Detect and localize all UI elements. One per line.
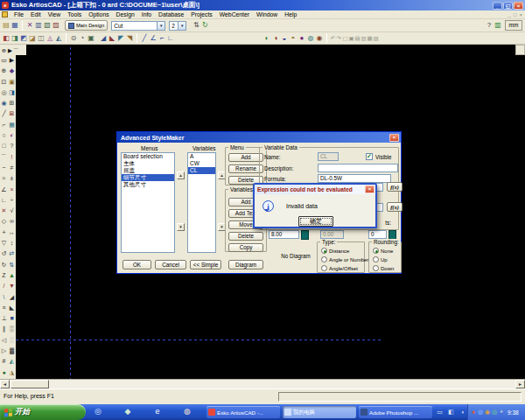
view-tool-icon[interactable]: ⌒ (13, 46, 19, 55)
side-tool-icon[interactable]: ▒ (8, 324, 16, 334)
side-tool-icon[interactable]: ◨ (8, 88, 16, 98)
restore-icon[interactable]: ◱ (503, 2, 513, 10)
toolbar-icon[interactable]: ▥ (494, 20, 502, 31)
side-tool-icon[interactable]: ▼ (8, 281, 16, 291)
list-item[interactable]: A (188, 153, 215, 160)
side-tool-icon[interactable]: ↺ (0, 248, 8, 259)
scroll-right-icon[interactable]: ► (515, 380, 525, 388)
taskbar-button-esko-artioscad[interactable]: Esko ArtiosCAD -... (206, 406, 280, 418)
tray-icon[interactable]: ◉ (484, 408, 491, 416)
tool-icon[interactable]: ◧ (2, 33, 10, 44)
line-tool-icon[interactable]: ╱ (140, 33, 149, 44)
scroll-left-icon[interactable]: ◄ (0, 380, 10, 388)
tool-icon[interactable]: ◭ (54, 33, 63, 44)
side-tool-icon[interactable]: ⊠ (8, 108, 16, 119)
side-tool-icon[interactable]: ⊕ (0, 66, 8, 76)
side-tool-icon[interactable]: ▷ (0, 346, 8, 356)
side-tool-icon[interactable]: ▦ (8, 120, 16, 130)
tool-icon[interactable]: ◪ (28, 33, 37, 44)
side-tool-icon[interactable]: ∞ (8, 216, 16, 227)
line-tool-icon[interactable]: ∠ (149, 33, 158, 44)
mdi-close-icon[interactable]: × (519, 12, 522, 18)
side-tool-icon[interactable]: ■ (8, 313, 16, 324)
toolbar-icon[interactable]: ▥ (34, 20, 43, 31)
horizontal-scrollbar[interactable]: ◄ ► (0, 379, 525, 388)
side-tool-icon[interactable]: ~ (0, 163, 8, 173)
tray-icon[interactable]: ◎ (491, 408, 498, 416)
tray-icon[interactable]: ◍ (477, 408, 484, 416)
chevron-down-icon[interactable]: ▼ (178, 22, 186, 30)
list-item[interactable]: 主体 (122, 160, 174, 167)
menu-design[interactable]: Design (113, 11, 138, 18)
side-tool-icon[interactable]: ∥ (0, 324, 8, 334)
close-icon[interactable]: × (365, 186, 374, 193)
cancel-button[interactable]: Cancel (155, 260, 186, 270)
view-tool-icon[interactable]: ⊕ (1, 46, 7, 55)
side-tool-icon[interactable]: / (0, 281, 8, 291)
toolbar-icon[interactable]: ⇅ (192, 20, 200, 31)
side-tool-icon[interactable]: ◮ (8, 368, 16, 378)
side-tool-icon[interactable]: # (0, 356, 8, 367)
side-tool-icon[interactable]: ◁ (0, 335, 8, 346)
side-tool-icon[interactable]: ? (8, 141, 16, 151)
side-tool-icon[interactable]: ÷ (8, 195, 16, 206)
list-item[interactable]: CL (188, 167, 215, 174)
tool-icon[interactable]: ◍ (306, 33, 315, 44)
disabled-tool-icon[interactable]: ▤ (354, 33, 360, 43)
radio-icon[interactable] (373, 248, 379, 254)
taskbar-button-adobe-photoshop[interactable]: Adobe Photoshop ... (359, 406, 432, 418)
menu-edit[interactable]: Edit (27, 11, 45, 18)
side-tool-icon[interactable]: ▭ (0, 55, 8, 66)
side-tool-icon[interactable]: ≠ (8, 163, 16, 173)
disabled-tool-icon[interactable]: ▢ (342, 33, 348, 43)
move-up-icon[interactable]: ▲ (177, 172, 185, 179)
move-down-icon[interactable]: ▼ (177, 223, 185, 231)
side-tool-icon[interactable]: ▲ (8, 270, 16, 281)
toolbar-icon[interactable]: ↻ (200, 20, 209, 31)
tool-icon[interactable]: ◥ (125, 33, 134, 44)
list-item[interactable]: 细节尺寸 (122, 174, 174, 181)
side-tool-icon[interactable]: ↕ (8, 238, 16, 248)
disabled-tool-icon[interactable]: ▣ (348, 33, 354, 43)
taskbar-button-app-1[interactable]: 我的电脑 (283, 406, 356, 418)
tray-icon[interactable]: + (498, 408, 505, 416)
mdi-window-controls[interactable]: _□× (508, 12, 525, 18)
side-tool-icon[interactable]: Z (0, 270, 8, 281)
tool-icon[interactable]: ◉ (315, 33, 324, 44)
dialog-titlebar[interactable]: Advanced StyleMaker × (117, 132, 401, 143)
side-tool-icon[interactable]: ↻ (0, 260, 8, 270)
tool-icon[interactable]: ◑ (271, 33, 280, 44)
simple-button[interactable]: << Simple (190, 260, 221, 270)
list-item[interactable]: CW (188, 160, 215, 167)
tool-icon[interactable]: ◩ (19, 33, 28, 44)
start-button[interactable]: 开始 (0, 404, 86, 420)
list-item[interactable]: 其他尺寸 (122, 181, 174, 188)
minimize-icon[interactable]: _ (493, 2, 502, 10)
side-tool-icon[interactable]: □ (0, 141, 8, 151)
side-tool-icon[interactable]: ⊞ (8, 98, 16, 108)
tray-icon[interactable]: ▭ (436, 407, 444, 416)
side-tool-icon[interactable]: ▣ (8, 77, 16, 88)
visible-checkbox[interactable]: ✓ (366, 153, 373, 160)
side-tool-icon[interactable]: ! (8, 152, 16, 163)
close-icon[interactable]: × (389, 134, 399, 142)
add-button[interactable]: Add (228, 153, 263, 162)
menu-file[interactable]: File (10, 11, 27, 18)
side-tool-icon[interactable]: ○ (0, 130, 8, 141)
tool-icon[interactable]: ⊙ (69, 33, 78, 44)
side-tool-icon[interactable]: ✕ (0, 206, 8, 216)
scale-combobox[interactable]: 2 ▼ (169, 21, 186, 31)
menu-view[interactable]: View (45, 11, 65, 18)
menu-info[interactable]: Info (138, 11, 155, 18)
digits-field[interactable]: 0 (368, 230, 387, 239)
tray-icon[interactable]: ◧ (447, 407, 455, 416)
close-icon[interactable]: × (514, 2, 523, 10)
tool-icon[interactable]: ◓ (289, 33, 298, 44)
line-tool-icon[interactable]: ⌐ (158, 33, 166, 44)
menus-listbox[interactable]: Board selection主体摇盖细节尺寸其他尺寸 (121, 152, 175, 253)
side-tool-icon[interactable]: ● (0, 368, 8, 378)
toolbar-icon[interactable]: ✕ (25, 20, 34, 31)
toolbar-icon[interactable]: ? (485, 20, 494, 31)
fx-button[interactable]: f(x) (387, 182, 402, 192)
mdi-minimize-icon[interactable]: _ (508, 12, 511, 18)
